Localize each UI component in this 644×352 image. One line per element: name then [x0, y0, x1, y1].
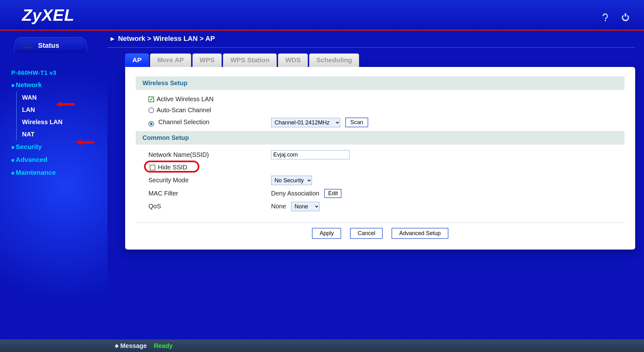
- hide-ssid-label: Hide SSID: [158, 164, 187, 171]
- apply-button[interactable]: Apply: [312, 228, 341, 239]
- qos-select[interactable]: None: [291, 202, 319, 211]
- channel-selection-label: Channel Selection: [158, 118, 209, 125]
- mac-filter-edit-button[interactable]: Edit: [324, 189, 341, 198]
- tab-ap[interactable]: AP: [125, 53, 149, 67]
- security-mode-select[interactable]: No Security: [271, 176, 312, 185]
- mac-filter-text: Deny Association: [271, 190, 319, 197]
- auto-scan-radio[interactable]: [148, 107, 154, 113]
- ssid-input[interactable]: [271, 150, 350, 159]
- svg-rect-0: [23, 47, 33, 48]
- sidebar-item-maintenance[interactable]: Maintenance: [11, 166, 108, 179]
- breadcrumb: ▸ Network > Wireless LAN > AP: [108, 31, 635, 48]
- sidebar-item-network[interactable]: Network: [11, 79, 108, 91]
- sidebar-item-security[interactable]: Security: [11, 140, 108, 153]
- settings-card: Wireless Setup Active Wireless LAN Auto-…: [125, 67, 635, 250]
- tab-more-ap[interactable]: More AP: [150, 53, 191, 67]
- sidebar-status-tab[interactable]: Status: [14, 37, 87, 52]
- device-model: P-660HW-T1 v3: [11, 67, 108, 79]
- sidebar-item-lan[interactable]: LAN: [22, 104, 108, 116]
- scan-button[interactable]: Scan: [345, 118, 368, 127]
- sidebar-item-wireless-lan[interactable]: Wireless LAN: [22, 116, 108, 128]
- active-wlan-label: Active Wireless LAN: [157, 96, 214, 103]
- tab-scheduling[interactable]: Scheduling: [309, 53, 359, 67]
- sidebar-status-label: Status: [38, 41, 59, 50]
- auto-scan-label: Auto-Scan Channel: [157, 107, 211, 114]
- router-icon: [22, 41, 34, 50]
- help-icon[interactable]: [601, 13, 610, 23]
- header-bar: ZyXEL: [0, 0, 644, 31]
- statusbar-label: Message: [114, 342, 147, 349]
- sidebar: Status P-660HW-T1 v3 Network WAN LAN Wir…: [0, 31, 108, 339]
- sidebar-item-advanced[interactable]: Advanced: [11, 153, 108, 166]
- brand-logo: ZyXEL: [22, 6, 75, 25]
- action-bar: Apply Cancel Advanced Setup: [136, 223, 625, 239]
- advanced-setup-button[interactable]: Advanced Setup: [391, 228, 448, 239]
- status-bar: Message Ready: [0, 339, 644, 352]
- breadcrumb-arrow-icon: ▸: [111, 35, 114, 42]
- sidebar-item-wan[interactable]: WAN: [22, 91, 108, 104]
- tab-strip: AP More AP WPS WPS Station WDS Schedulin…: [125, 53, 635, 67]
- logout-icon[interactable]: [621, 13, 630, 23]
- active-wlan-checkbox[interactable]: [148, 96, 154, 102]
- channel-select[interactable]: Channel-01 2412MHz: [271, 118, 340, 127]
- tab-wps[interactable]: WPS: [192, 53, 222, 67]
- security-mode-label: Security Mode: [148, 177, 271, 184]
- mac-filter-label: MAC Filter: [148, 190, 271, 197]
- qos-label: QoS: [148, 203, 271, 210]
- channel-selection-radio[interactable]: [148, 121, 154, 127]
- hide-ssid-checkbox[interactable]: [150, 165, 155, 170]
- breadcrumb-text: Network > Wireless LAN > AP: [118, 35, 215, 42]
- ssid-label: Network Name(SSID): [148, 151, 271, 158]
- tab-wps-station[interactable]: WPS Station: [223, 53, 277, 67]
- sidebar-item-nat[interactable]: NAT: [22, 128, 108, 140]
- qos-text: None: [271, 203, 286, 210]
- section-wireless-setup: Wireless Setup: [136, 76, 625, 90]
- section-common-setup: Common Setup: [136, 131, 625, 145]
- statusbar-text: Ready: [154, 342, 173, 349]
- tab-wds[interactable]: WDS: [278, 53, 308, 67]
- cancel-button[interactable]: Cancel: [350, 228, 383, 239]
